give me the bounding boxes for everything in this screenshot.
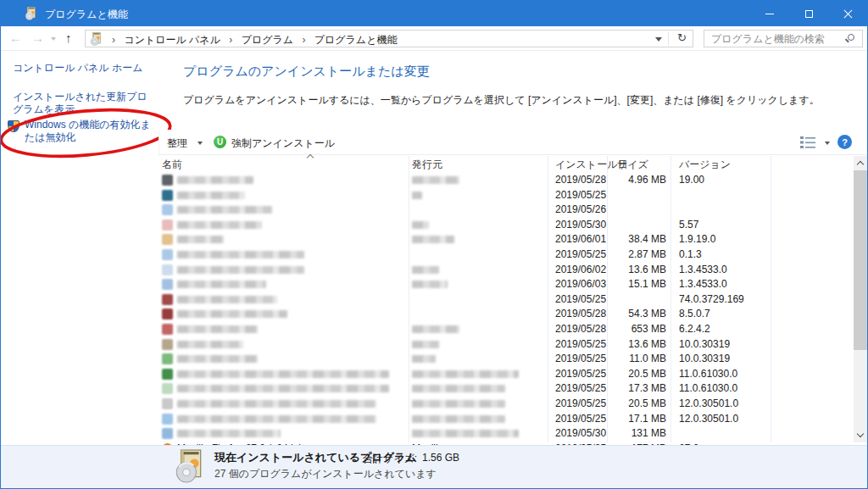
size-cell: 2.87 MB — [599, 247, 666, 263]
version-cell: 11.0.61030.0 — [679, 381, 737, 397]
window-title: プログラムと機能 — [45, 8, 128, 22]
table-row[interactable]: 2019/05/28 653 MB 6.2.4.2 — [159, 322, 854, 337]
version-cell: 12.0.30501.0 — [679, 412, 738, 427]
navigation-bar: ← → ↑ › コントロール パネル › プログラム › プログラムと機能 ↻ — [1, 26, 867, 51]
close-button[interactable] — [828, 1, 867, 26]
table-row[interactable]: 2019/05/25 13.6 MB 10.0.30319 — [159, 337, 854, 353]
sidebar-item-installed-updates[interactable]: インストールされた更新プログラムを表示 — [13, 91, 157, 116]
minimize-button[interactable] — [750, 1, 789, 26]
table-row[interactable]: 2019/05/28 4.96 MB 19.00 — [159, 173, 854, 188]
table-row[interactable]: 2019/05/25 17.3 MB 11.0.61030.0 — [159, 381, 854, 397]
window-controls — [750, 1, 867, 26]
table-row[interactable]: 2019/05/30 5.57 — [159, 218, 854, 233]
program-icon — [162, 190, 173, 201]
sidebar-item-control-panel-home[interactable]: コントロール パネル ホーム — [13, 62, 142, 75]
up-button[interactable]: ↑ — [65, 31, 72, 46]
install-date-cell: 2019/05/25 — [555, 188, 606, 203]
app-icon — [24, 7, 37, 20]
table-row[interactable]: 2019/05/25 20.5 MB 11.0.61030.0 — [159, 367, 854, 382]
redacted-name — [177, 385, 389, 392]
breadcrumb-item-programs[interactable]: プログラム — [242, 33, 293, 47]
address-bar[interactable]: › コントロール パネル › プログラム › プログラムと機能 ↻ — [85, 30, 693, 47]
scrollbar-thumb[interactable] — [854, 170, 867, 350]
redacted-name — [177, 400, 376, 408]
redacted-name — [177, 251, 304, 258]
size-cell: 131 MB — [599, 426, 666, 442]
redacted-publisher — [412, 192, 422, 199]
table-row[interactable]: 2019/06/02 13.6 MB 1.3.4533.0 — [159, 263, 854, 278]
redacted-publisher — [412, 385, 505, 392]
breadcrumb-separator-icon[interactable]: › — [112, 34, 115, 46]
version-cell: 5.57 — [679, 218, 698, 233]
address-location-icon — [89, 32, 103, 46]
program-icon — [162, 294, 173, 305]
organize-caret-icon[interactable] — [198, 142, 203, 145]
breadcrumb-item-programs-and-features[interactable]: プログラムと機能 — [314, 33, 398, 47]
view-options-caret-icon[interactable] — [825, 142, 830, 145]
table-row[interactable]: 2019/05/25 2.87 MB 0.1.3 — [159, 247, 854, 263]
organize-button[interactable]: 整理 — [167, 136, 187, 151]
redacted-name — [177, 430, 281, 437]
program-icon — [162, 353, 173, 364]
breadcrumb-separator-icon[interactable]: › — [302, 34, 305, 46]
version-cell: 1.9.19.0 — [679, 232, 715, 247]
recent-pages-chevron-icon[interactable] — [51, 37, 56, 41]
table-row[interactable]: 2019/05/25 74.0.3729.169 — [159, 292, 854, 308]
programs-and-features-window: プログラムと機能 ← → ↑ › コントロール パネル › プログラム › プロ… — [0, 0, 868, 489]
redacted-name — [177, 370, 389, 378]
column-header-size[interactable]: サイズ — [617, 158, 648, 172]
search-input[interactable] — [709, 31, 837, 46]
program-icon — [162, 369, 173, 380]
table-row[interactable]: 2019/05/26 — [159, 203, 854, 218]
back-button[interactable]: ← — [9, 31, 22, 46]
refresh-button[interactable]: ↻ — [677, 31, 687, 44]
search-icon[interactable] — [848, 34, 854, 41]
breadcrumb-item-control-panel[interactable]: コントロール パネル — [124, 33, 220, 47]
redacted-name — [177, 176, 253, 184]
address-dropdown-chevron-icon[interactable] — [655, 37, 662, 42]
program-list-body: 2019/05/28 4.96 MB 19.00 2019/05/25 2019… — [159, 173, 854, 445]
table-row[interactable]: 2019/05/30 131 MB — [159, 426, 854, 442]
table-row[interactable]: 2019/05/28 54.3 MB 8.5.0.7 — [159, 307, 854, 322]
maximize-button[interactable] — [789, 1, 828, 26]
install-date-cell: 2019/05/30 — [555, 218, 606, 233]
size-cell: 4.96 MB — [599, 173, 666, 188]
table-row[interactable]: 2019/05/25 20.5 MB 12.0.30501.0 — [159, 397, 854, 412]
table-row[interactable]: 2019/05/25 11.0 MB 10.0.30319 — [159, 352, 854, 367]
program-icon — [162, 308, 173, 320]
size-cell: 653 MB — [599, 322, 666, 337]
column-header-publisher[interactable]: 発行元 — [412, 158, 442, 172]
view-options-icon[interactable] — [799, 136, 816, 149]
table-row[interactable]: 2019/05/25 — [159, 188, 854, 203]
scroll-down-button[interactable] — [854, 428, 867, 442]
redacted-name — [177, 266, 304, 274]
version-cell: 0.1.3 — [679, 247, 702, 263]
column-header-name[interactable]: 名前 — [162, 158, 182, 172]
redacted-name — [177, 296, 277, 303]
redacted-publisher — [412, 325, 459, 333]
table-row[interactable]: 2019/06/01 38.4 MB 1.9.19.0 — [159, 232, 854, 247]
vertical-scrollbar[interactable] — [854, 156, 867, 442]
program-icon — [162, 428, 173, 439]
column-header-version[interactable]: バージョン — [679, 158, 731, 172]
force-uninstaller-icon: U — [214, 136, 226, 148]
software-box-icon — [175, 449, 203, 483]
table-row[interactable]: 2019/05/25 17.1 MB 12.0.30501.0 — [159, 412, 854, 427]
redacted-name — [177, 341, 243, 348]
sidebar-item-windows-features[interactable]: Windows の機能の有効化または無効化 — [25, 119, 159, 144]
table-row[interactable]: 2019/06/03 15.1 MB 1.3.4533.0 — [159, 277, 854, 292]
version-cell: 8.5.0.7 — [679, 307, 710, 322]
status-total-size-label: 合計サイズ: — [363, 452, 417, 466]
version-cell: 11.0.61030.0 — [679, 367, 737, 382]
scroll-up-button[interactable] — [854, 156, 867, 170]
forward-button[interactable]: → — [31, 31, 44, 46]
program-icon — [162, 234, 173, 245]
uac-shield-icon — [8, 120, 19, 132]
address-divider — [668, 31, 669, 46]
breadcrumb-separator-icon[interactable]: › — [229, 34, 232, 46]
program-icon — [162, 324, 173, 335]
force-uninstall-button[interactable]: 強制アンインストール — [231, 136, 335, 151]
redacted-name — [177, 281, 266, 288]
search-box[interactable] — [704, 30, 863, 47]
help-button[interactable]: ? — [837, 135, 852, 149]
